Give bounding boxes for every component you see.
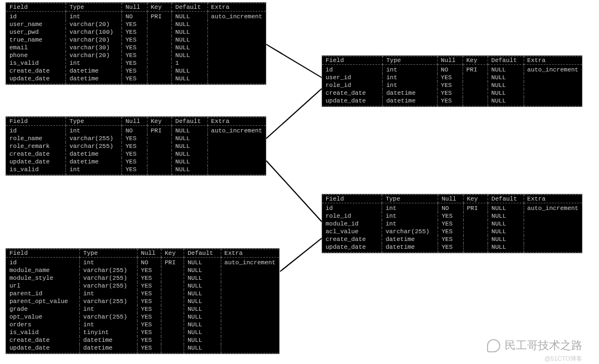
table-row: module_namevarchar(255)YESNULL — [6, 266, 279, 274]
column-header: Extra — [221, 249, 279, 258]
column-header: Default — [172, 3, 207, 12]
table-row: update_datedatetimeYESNULL — [6, 158, 266, 166]
watermark-text: 民工哥技术之路 — [505, 338, 582, 353]
table-row: idintNOPRINULLauto_increment — [322, 203, 582, 213]
table-row: update_datedatetimeYESNULL — [6, 344, 279, 353]
svg-line-3 — [280, 238, 322, 271]
column-header: Default — [488, 195, 524, 203]
column-header: Extra — [524, 195, 582, 203]
table-row: true_namevarchar(20)YESNULL — [6, 36, 266, 44]
table-role: FieldTypeNullKeyDefaultExtraidintNOPRINU… — [6, 116, 266, 176]
table-row: idintNOPRINULLauto_increment — [6, 258, 279, 267]
column-header: Field — [6, 117, 66, 126]
table-row: create_datedatetimeYESNULL — [6, 150, 266, 158]
table-row: role_remarkvarchar(255)YESNULL — [6, 142, 266, 150]
table-row: user_namevarchar(20)YESNULL — [6, 20, 266, 28]
column-header: Type — [383, 57, 437, 65]
svg-line-0 — [266, 44, 322, 78]
wechat-icon — [487, 339, 500, 352]
table-row: urlvarchar(255)YESNULL — [6, 282, 279, 290]
table-row: parent_opt_valuevarchar(255)YESNULL — [6, 298, 279, 305]
table-row: user_idintYESNULL — [322, 74, 582, 81]
column-header: Default — [172, 117, 207, 126]
column-header: Default — [488, 57, 524, 65]
table-row: idintNOPRINULLauto_increment — [322, 65, 582, 74]
column-header: Extra — [207, 3, 266, 12]
svg-line-1 — [266, 89, 322, 139]
table-row: update_datedatetimeYESNULL — [6, 75, 266, 84]
table-row: role_idintYESNULL — [322, 212, 582, 220]
table-row: ordersintYESNULL — [6, 321, 279, 329]
table-row: emailvarchar(30)YESNULL — [6, 44, 266, 52]
table-row: is_validintYES1 — [6, 59, 266, 67]
table-user: FieldTypeNullKeyDefaultExtraidintNOPRINU… — [6, 2, 266, 85]
column-header: Default — [184, 249, 221, 258]
watermark-sub: @51CTO博客 — [545, 355, 582, 363]
table-row: idintNOPRINULLauto_increment — [6, 12, 266, 21]
column-header: Key — [147, 117, 171, 126]
column-header: Type — [382, 195, 438, 203]
table-row: idintNOPRINULLauto_increment — [6, 126, 266, 135]
table-row: gradeintYESNULL — [6, 305, 279, 313]
column-header: Key — [147, 3, 171, 12]
table-row: role_idintYESNULL — [322, 81, 582, 89]
column-header: Field — [322, 57, 383, 65]
table-row: phonevarchar(20)YESNULL — [6, 52, 266, 59]
svg-line-2 — [266, 161, 322, 222]
table-row: is_validintYESNULL — [6, 166, 266, 175]
column-header: Type — [66, 3, 122, 12]
table-role-module: FieldTypeNullKeyDefaultExtraidintNOPRINU… — [322, 194, 582, 253]
table-row: create_datedatetimeYESNULL — [322, 89, 582, 97]
table-row: parent_idintYESNULL — [6, 290, 279, 298]
column-header: Null — [438, 195, 464, 203]
table-module: FieldTypeNullKeyDefaultExtraidintNOPRINU… — [6, 248, 280, 354]
table-row: create_datedatetimeYESNULL — [6, 336, 279, 344]
table-row: is_validtinyintYESNULL — [6, 329, 279, 336]
column-header: Null — [138, 249, 161, 258]
column-header: Null — [122, 3, 148, 12]
table-row: acl_valuevarchar(255)YESNULL — [322, 228, 582, 235]
column-header: Null — [437, 57, 463, 65]
column-header: Extra — [207, 117, 266, 126]
table-row: module_idintYESNULL — [322, 220, 582, 228]
table-row: role_namevarchar(255)YESNULL — [6, 135, 266, 142]
table-row: update_datedatetimeYESNULL — [322, 97, 582, 106]
column-header: Field — [322, 195, 382, 203]
table-row: user_pwdvarchar(100)YESNULL — [6, 28, 266, 36]
column-header: Field — [6, 249, 80, 258]
column-header: Field — [6, 3, 66, 12]
column-header: Null — [122, 117, 148, 126]
column-header: Extra — [524, 57, 582, 65]
table-row: create_datedatetimeYESNULL — [322, 235, 582, 243]
table-user-role: FieldTypeNullKeyDefaultExtraidintNOPRINU… — [322, 55, 582, 107]
watermark-main: 民工哥技术之路 — [487, 338, 582, 353]
table-row: opt_valuevarchar(255)YESNULL — [6, 313, 279, 321]
table-row: update_datedatetimeYESNULL — [322, 243, 582, 253]
column-header: Type — [80, 249, 138, 258]
column-header: Key — [463, 57, 488, 65]
column-header: Type — [66, 117, 122, 126]
column-header: Key — [463, 195, 488, 203]
column-header: Key — [161, 249, 184, 258]
table-row: module_stylevarchar(255)YESNULL — [6, 274, 279, 282]
table-row: create_datedatetimeYESNULL — [6, 67, 266, 75]
